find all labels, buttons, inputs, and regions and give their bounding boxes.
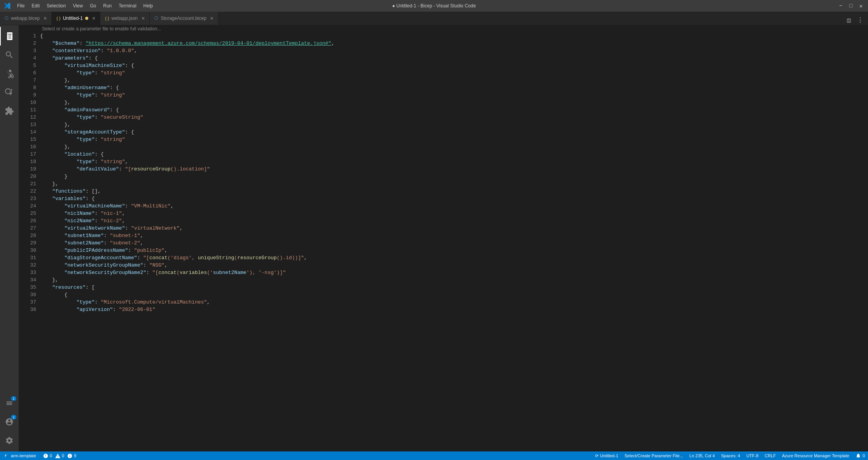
activity-search[interactable] xyxy=(0,46,19,64)
line-num-27: 27 xyxy=(23,225,36,232)
code-line-1: { xyxy=(40,32,860,40)
menu-edit[interactable]: Edit xyxy=(28,2,43,10)
status-right: ⟳ Untitled-1 Select/Create Parameter Fil… xyxy=(592,453,868,458)
tab-label: StorageAccount.bicep xyxy=(161,16,206,21)
activity-source-control[interactable] xyxy=(0,64,19,83)
tab-label: webapp.json xyxy=(112,16,138,21)
line-num-15: 15 xyxy=(23,136,36,143)
encoding-text: UTF-8 xyxy=(746,453,758,458)
tab-close-icon[interactable]: × xyxy=(44,15,47,21)
line-num-19: 19 xyxy=(23,165,36,173)
info-bar[interactable]: Select or create a parameter file to ena… xyxy=(19,25,868,32)
line-num-1: 1 xyxy=(23,32,36,40)
info-count: 9 xyxy=(74,453,76,458)
code-line-25: "nic1Name": "nic-1", xyxy=(40,210,860,217)
split-editor-button[interactable]: ◫ xyxy=(845,16,852,25)
code-line-34: }, xyxy=(40,276,860,284)
menu-terminal[interactable]: Terminal xyxy=(116,2,139,10)
menu-go[interactable]: Go xyxy=(87,2,99,10)
tab-untitled-1[interactable]: { } Untitled-1 × xyxy=(52,11,100,25)
code-line-21: }, xyxy=(40,180,860,188)
code-line-12: "type": "secureString" xyxy=(40,114,860,121)
activity-bottom: 1 1 xyxy=(0,394,19,451)
code-content[interactable]: { "$schema": "https://schema.management.… xyxy=(40,32,868,451)
more-tabs-button[interactable]: ⋮ xyxy=(856,16,865,25)
status-cursor-position[interactable]: Ln 235, Col 4 xyxy=(686,453,718,458)
tab-close-icon[interactable]: × xyxy=(142,15,145,21)
line-num-4: 4 xyxy=(23,54,36,62)
code-line-23: "variables": { xyxy=(40,195,860,202)
warning-icon xyxy=(55,453,60,458)
code-line-26: "nic2Name": "nic-2", xyxy=(40,217,860,225)
line-num-7: 7 xyxy=(23,77,36,84)
code-line-4: "parameters": { xyxy=(40,54,860,62)
menu-help[interactable]: Help xyxy=(140,2,156,10)
cursor-position-text: Ln 235, Col 4 xyxy=(690,453,715,458)
tab-file-icon: { } xyxy=(56,16,60,21)
status-language[interactable]: Azure Resource Manager Template xyxy=(779,453,852,458)
code-line-8: "adminUsername": { xyxy=(40,84,860,91)
status-errors-warnings[interactable]: 0 0 9 xyxy=(40,453,79,458)
line-num-18: 18 xyxy=(23,158,36,165)
status-spaces[interactable]: Spaces: 4 xyxy=(718,453,743,458)
menu-run[interactable]: Run xyxy=(100,2,115,10)
menu-file[interactable]: File xyxy=(14,2,28,10)
menu-view[interactable]: View xyxy=(70,2,86,10)
code-line-33: "networkSecurityGroupName2": "[concat(va… xyxy=(40,269,860,276)
status-encoding[interactable]: UTF-8 xyxy=(743,453,761,458)
status-git-branch[interactable]: arm-template xyxy=(0,453,40,458)
code-line-6: "type": "string" xyxy=(40,69,860,77)
menu-selection[interactable]: Selection xyxy=(44,2,69,10)
tab-webapp-json[interactable]: { } webapp.json × xyxy=(100,11,150,25)
tab-storageaccount-bicep[interactable]: ⬡ StorageAccount.bicep × xyxy=(150,11,219,25)
activity-accounts[interactable]: 1 xyxy=(0,413,19,431)
line-num-29: 29 xyxy=(23,239,36,247)
main-area: 1 1 Select or create a parameter file to… xyxy=(0,25,868,451)
line-ending-text: CRLF xyxy=(765,453,776,458)
spaces-text: Spaces: 4 xyxy=(721,453,740,458)
tab-actions: ◫ ⋮ xyxy=(845,16,868,25)
notifications-count: 0 xyxy=(863,453,865,458)
line-num-37: 37 xyxy=(23,298,36,306)
code-line-35: "resources": [ xyxy=(40,284,860,291)
tab-file-icon: ⬡ xyxy=(5,16,9,21)
line-num-34: 34 xyxy=(23,276,36,284)
status-notifications[interactable]: 0 xyxy=(852,453,868,458)
line-num-9: 9 xyxy=(23,91,36,99)
remote-badge: 1 xyxy=(11,396,16,401)
code-line-19: "defaultValue": "[resourceGroup().locati… xyxy=(40,165,860,173)
line-num-8: 8 xyxy=(23,84,36,91)
line-num-36: 36 xyxy=(23,291,36,298)
line-num-3: 3 xyxy=(23,47,36,54)
line-num-28: 28 xyxy=(23,232,36,239)
tab-close-icon[interactable]: × xyxy=(92,15,95,21)
code-line-10: }, xyxy=(40,99,860,106)
status-line-ending[interactable]: CRLF xyxy=(761,453,779,458)
tab-label: webapp.bicep xyxy=(11,16,40,21)
activity-remote[interactable]: 1 xyxy=(0,394,19,413)
line-num-13: 13 xyxy=(23,121,36,128)
tab-close-icon[interactable]: × xyxy=(210,15,214,21)
line-num-17: 17 xyxy=(23,151,36,158)
activity-settings[interactable] xyxy=(0,431,19,450)
code-line-2: "$schema": "https://schema.management.az… xyxy=(40,40,860,47)
line-num-32: 32 xyxy=(23,262,36,269)
close-button[interactable]: ✕ xyxy=(858,3,864,9)
activity-extensions[interactable] xyxy=(0,102,19,120)
status-modified-file[interactable]: ⟳ Untitled-1 xyxy=(592,453,621,458)
status-select-parameter[interactable]: Select/Create Parameter File... xyxy=(621,453,686,458)
minimize-button[interactable]: − xyxy=(838,3,844,9)
tab-webapp-bicep[interactable]: ⬡ webapp.bicep × xyxy=(0,11,52,25)
code-line-37: "type": "Microsoft.Compute/virtualMachin… xyxy=(40,298,860,306)
notifications-icon xyxy=(856,453,861,458)
line-num-35: 35 xyxy=(23,284,36,291)
line-num-25: 25 xyxy=(23,210,36,217)
line-num-23: 23 xyxy=(23,195,36,202)
modified-file-label: ⟳ xyxy=(595,453,598,458)
error-icon xyxy=(43,453,48,458)
activity-explorer[interactable] xyxy=(0,27,19,46)
maximize-button[interactable]: □ xyxy=(848,3,854,9)
code-editor[interactable]: 1 2 3 4 5 6 7 8 9 10 11 12 13 14 15 16 1… xyxy=(19,32,868,451)
window-title: ● Untitled-1 - Bicep - Visual Studio Cod… xyxy=(392,3,476,9)
activity-run-debug[interactable] xyxy=(0,83,19,102)
